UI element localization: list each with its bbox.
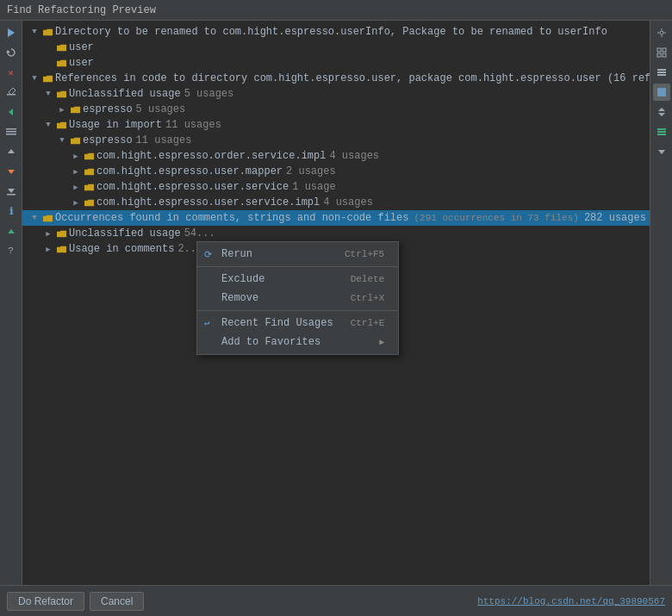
arrow-down-icon bbox=[43, 120, 53, 130]
arrow-right-icon bbox=[71, 151, 81, 161]
tree-item-user-service[interactable]: com.hight.espresso.user.service 1 usage bbox=[22, 179, 650, 195]
close-btn[interactable]: ✕ bbox=[3, 64, 20, 81]
arrow-right-icon bbox=[43, 244, 53, 254]
do-refactor-button[interactable]: Do Refactor bbox=[7, 592, 84, 611]
arrow-down-icon bbox=[43, 89, 53, 99]
svg-marker-7 bbox=[8, 149, 15, 153]
folder-icon bbox=[55, 120, 67, 130]
folder-icon bbox=[55, 42, 67, 53]
exclude-label: Exclude bbox=[221, 273, 333, 285]
folder-icon bbox=[83, 166, 95, 177]
svg-rect-5 bbox=[6, 131, 16, 133]
grid-btn[interactable] bbox=[653, 64, 670, 81]
unclassified-label: Unclassified usage bbox=[69, 88, 181, 100]
tree-item-unclassified2[interactable]: Unclassified usage 54... bbox=[22, 226, 650, 241]
svg-marker-26 bbox=[658, 150, 665, 154]
menu-item-exclude[interactable]: Exclude Delete bbox=[197, 270, 398, 289]
occurrences-count: 282 usages bbox=[584, 212, 646, 224]
arrow-right-icon bbox=[71, 182, 81, 192]
menu-item-recent[interactable]: ↩ Recent Find Usages Ctrl+E bbox=[197, 314, 398, 333]
tree-item-user1[interactable]: ▶ user bbox=[22, 40, 650, 55]
export-btn[interactable] bbox=[3, 222, 20, 240]
help-btn[interactable]: ? bbox=[3, 242, 20, 259]
tree-item-espresso2[interactable]: espresso 11 usages bbox=[22, 133, 650, 148]
svg-marker-11 bbox=[8, 229, 15, 233]
menu-item-rerun[interactable]: ⟳ Rerun Ctrl+F5 bbox=[197, 245, 398, 264]
user-service-label: com.hight.espresso.user.service bbox=[96, 181, 289, 193]
unclassified2-count: 54... bbox=[184, 227, 215, 240]
up-btn[interactable] bbox=[3, 143, 20, 160]
download-btn[interactable] bbox=[3, 183, 20, 200]
tree-item-occurrences[interactable]: Occurrences found in comments, strings a… bbox=[22, 210, 650, 226]
settings-btn[interactable] bbox=[653, 24, 670, 41]
menu-btn[interactable] bbox=[3, 123, 20, 140]
edit-btn[interactable] bbox=[3, 84, 20, 101]
tree-item-order-service[interactable]: com.hight.espresso.order.service.impl 4 … bbox=[22, 148, 650, 164]
usage-comments-label: Usage in comments bbox=[69, 243, 174, 255]
svg-marker-21 bbox=[658, 108, 665, 111]
tree-item-unclassified[interactable]: Unclassified usage 5 usages bbox=[22, 86, 650, 102]
folder-icon bbox=[83, 151, 95, 161]
left-toolbar: ✕ ℹ ? bbox=[0, 21, 22, 585]
cancel-button[interactable]: Cancel bbox=[90, 592, 144, 611]
arrow-right-icon bbox=[43, 228, 53, 239]
context-menu: ⟳ Rerun Ctrl+F5 Exclude Delete Remove Ct… bbox=[196, 241, 399, 355]
fill-btn[interactable] bbox=[653, 84, 670, 101]
expand-btn[interactable] bbox=[653, 103, 670, 121]
view-btn[interactable] bbox=[653, 44, 670, 61]
menu-item-remove[interactable]: Remove Ctrl+X bbox=[197, 289, 398, 308]
dir-rename-label: Directory to be renamed to com.hight.esp… bbox=[55, 26, 607, 38]
user2-label: user bbox=[69, 57, 94, 69]
order-service-count: 4 usages bbox=[329, 150, 379, 162]
tree-item-user-mapper[interactable]: com.hight.espresso.user.mapper 2 usages bbox=[22, 164, 650, 179]
exclude-shortcut: Delete bbox=[351, 274, 385, 284]
svg-marker-9 bbox=[8, 189, 15, 193]
espresso1-label: espresso bbox=[83, 103, 133, 115]
down-btn[interactable] bbox=[3, 163, 20, 180]
url-link[interactable]: https://blog.csdn.net/qq_39890567 bbox=[477, 596, 665, 607]
recent-icon: ↩ bbox=[204, 318, 210, 329]
favorites-label: Add to Favorites bbox=[221, 336, 372, 348]
arrow-down-icon bbox=[29, 73, 40, 84]
info-btn[interactable]: ℹ bbox=[3, 202, 20, 220]
espresso2-label: espresso bbox=[83, 134, 133, 146]
menu-separator-1 bbox=[197, 266, 398, 267]
back-btn[interactable] bbox=[3, 103, 20, 121]
folder-icon bbox=[55, 244, 67, 254]
refresh-btn[interactable] bbox=[3, 44, 20, 61]
tree-item-user-service-impl[interactable]: com.hight.espresso.user.service.impl 4 u… bbox=[22, 195, 650, 210]
arrow-right-icon bbox=[57, 104, 67, 115]
espresso2-count: 11 usages bbox=[136, 134, 192, 146]
options-btn[interactable] bbox=[653, 123, 670, 140]
run-btn[interactable] bbox=[3, 24, 20, 41]
arrow-right-icon bbox=[71, 197, 81, 208]
user-mapper-count: 2 usages bbox=[286, 165, 336, 177]
occurrences-label: Occurrences found in comments, strings a… bbox=[55, 212, 408, 224]
user-service-impl-count: 4 usages bbox=[323, 196, 373, 208]
svg-rect-18 bbox=[657, 72, 666, 73]
remove-label: Remove bbox=[221, 292, 333, 304]
favorites-arrow-icon: ▶ bbox=[379, 337, 384, 347]
folder-icon bbox=[83, 182, 95, 192]
recent-label: Recent Find Usages bbox=[221, 317, 333, 329]
folder-icon bbox=[41, 213, 53, 223]
tree-item-espresso1[interactable]: espresso 5 usages bbox=[22, 102, 650, 117]
folder-icon bbox=[69, 135, 81, 146]
arrow-down-icon bbox=[29, 27, 40, 37]
tree-item-dir-rename[interactable]: Directory to be renamed to com.hight.esp… bbox=[22, 24, 650, 40]
user-service-impl-label: com.hight.espresso.user.service.impl bbox=[96, 196, 320, 208]
user1-label: user bbox=[69, 41, 94, 53]
svg-rect-17 bbox=[657, 69, 666, 71]
tree-item-user2[interactable]: ▶ user bbox=[22, 55, 650, 71]
recent-shortcut: Ctrl+E bbox=[351, 318, 385, 328]
tree-item-references[interactable]: References in code to directory com.high… bbox=[22, 71, 650, 86]
scroll-down-btn[interactable] bbox=[653, 143, 670, 160]
tree-item-usage-import[interactable]: Usage in import 11 usages bbox=[22, 117, 650, 133]
references-label: References in code to directory com.high… bbox=[55, 72, 650, 84]
svg-rect-10 bbox=[7, 194, 16, 196]
folder-icon bbox=[83, 197, 95, 208]
svg-rect-19 bbox=[657, 74, 666, 76]
menu-item-favorites[interactable]: Add to Favorites ▶ bbox=[197, 333, 398, 352]
usage-import-count: 11 usages bbox=[165, 119, 221, 131]
svg-rect-25 bbox=[657, 134, 666, 135]
